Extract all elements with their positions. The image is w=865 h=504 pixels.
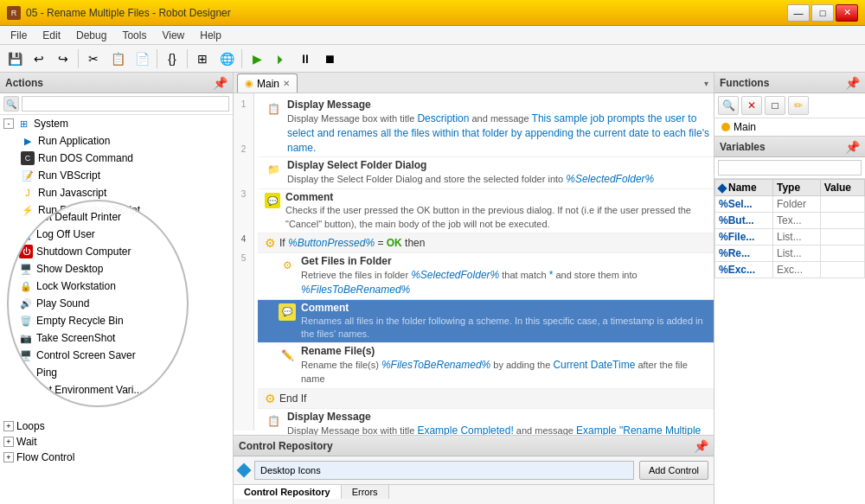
- cut-button[interactable]: ✂: [82, 48, 105, 70]
- tree-screenshot[interactable]: 📷 Take ScreenShot: [16, 329, 180, 347]
- view-btn[interactable]: ⊞: [191, 48, 214, 70]
- system-expander[interactable]: -: [3, 118, 14, 129]
- menu-tools[interactable]: Tools: [115, 28, 153, 43]
- tree-wait[interactable]: + Wait: [0, 434, 233, 450]
- tree-system[interactable]: - ⊞ System: [0, 115, 233, 132]
- tab-icon: ◉: [245, 78, 253, 89]
- loops-expander[interactable]: +: [3, 421, 14, 431]
- paste-button[interactable]: 📄: [131, 48, 153, 70]
- tree-ping[interactable]: 📡 Ping: [16, 364, 180, 381]
- tree-run-js[interactable]: J Run Javascript: [0, 184, 233, 201]
- var-type: Exc...: [772, 262, 820, 278]
- copy-button[interactable]: 📋: [106, 48, 129, 70]
- pin-icon[interactable]: 📌: [213, 76, 227, 90]
- add-control-button[interactable]: Add Control: [639, 461, 708, 480]
- comment-2-icon: 💬: [279, 303, 296, 321]
- tree-logoff[interactable]: 👤 Log Off User: [16, 226, 180, 243]
- control-repo-pin[interactable]: 📌: [694, 439, 708, 453]
- row-rename-files[interactable]: ✏️ Rename File(s) Rename the file(s) %Fi…: [258, 343, 714, 388]
- row-display-message-2[interactable]: 📋 Display Message Display Message box wi…: [258, 409, 714, 435]
- func-edit-button[interactable]: ✏: [788, 96, 809, 115]
- menu-edit[interactable]: Edit: [35, 28, 67, 43]
- maximize-button[interactable]: □: [811, 4, 834, 22]
- run-button[interactable]: ▶: [246, 48, 268, 70]
- var-row: %Sel... Folder: [715, 196, 865, 213]
- endif-label: End If: [279, 392, 306, 405]
- flow-control-expander[interactable]: +: [3, 452, 14, 463]
- tree-loops[interactable]: + Loops: [0, 418, 233, 434]
- tree-recycle[interactable]: 🗑️ Empty Recycle Bin: [16, 312, 180, 329]
- lock-ws-label: Lock Workstation: [36, 280, 116, 292]
- web-btn[interactable]: 🌐: [215, 48, 238, 70]
- functions-toolbar: 🔍 ✕ □ ✏: [714, 93, 865, 118]
- main-tab[interactable]: ◉ Main ✕: [237, 73, 298, 93]
- actions-search-input[interactable]: [22, 96, 229, 112]
- row-comment-highlighted[interactable]: 💬 Comment Renames all files in the folde…: [258, 300, 714, 344]
- tab-nav-button[interactable]: ▾: [698, 73, 714, 93]
- var-name: %But...: [715, 213, 773, 229]
- code-button[interactable]: {}: [161, 48, 183, 70]
- row-display-message-1[interactable]: 📋 Display Message Display Message box wi…: [258, 97, 714, 157]
- row-9-desc: Display Message box with title Example C…: [287, 424, 710, 435]
- var-name: %Exc...: [715, 262, 773, 278]
- stop-button[interactable]: ⏹: [318, 48, 341, 70]
- row-2-desc: Display the Select Folder Dialog and sto…: [287, 172, 710, 187]
- menu-file[interactable]: File: [3, 28, 34, 43]
- function-main[interactable]: Main: [714, 118, 865, 136]
- run-step-button[interactable]: ⏵: [270, 48, 292, 70]
- tree-run-app[interactable]: ▶ Run Application: [0, 132, 233, 150]
- ping-label: Ping: [36, 367, 57, 379]
- tab-close-button[interactable]: ✕: [283, 79, 290, 88]
- row-select-folder[interactable]: 📁 Display Select Folder Dialog Display t…: [258, 157, 714, 189]
- tab-errors[interactable]: Errors: [342, 485, 389, 499]
- tree-flow-control[interactable]: + Flow Control: [0, 450, 233, 465]
- control-repo-input[interactable]: [254, 461, 634, 480]
- menu-view[interactable]: View: [155, 28, 191, 43]
- script-area[interactable]: 1 2 3 4 5 📋 Display Messag: [234, 93, 714, 435]
- func-copy-button[interactable]: □: [765, 96, 785, 115]
- functions-title: Functions: [720, 77, 769, 89]
- menu-help[interactable]: Help: [193, 28, 228, 43]
- variables-panel: Variables 📌 Name Type Value: [714, 136, 865, 504]
- tab-control-repository[interactable]: Control Repository: [234, 485, 342, 499]
- tree-lock-ws[interactable]: 🔒 Lock Workstation: [16, 278, 180, 295]
- redo-button[interactable]: ↪: [52, 48, 74, 70]
- row-if: ⚙ If %ButtonPressed% = OK then: [258, 233, 714, 253]
- variables-pin[interactable]: 📌: [845, 140, 860, 154]
- func-delete-button[interactable]: ✕: [741, 96, 762, 115]
- tree-show-desktop[interactable]: 🖥️ Show Desktop: [16, 260, 180, 278]
- row-5-content: Get Files in Folder Retrieve the files i…: [301, 255, 710, 297]
- tree-run-dos[interactable]: C Run DOS Command: [0, 150, 233, 167]
- minimize-button[interactable]: —: [787, 4, 810, 22]
- row-get-files[interactable]: ⚙ Get Files in Folder Retrieve the files…: [258, 253, 714, 300]
- rename-files-icon: ✏️: [279, 347, 296, 364]
- tree-screensaver[interactable]: 🖥️ Control Screen Saver: [16, 347, 180, 364]
- run-js-label: Run Javascript: [38, 187, 106, 199]
- tree-run-vbs[interactable]: 📝 Run VBScript: [0, 167, 233, 184]
- tree-shutdown[interactable]: ⏻ Shutdown Computer: [16, 243, 180, 260]
- tree-play-sound[interactable]: 🔊 Play Sound: [16, 295, 180, 312]
- repo-diamond-icon: [237, 463, 252, 478]
- func-search-button[interactable]: 🔍: [718, 96, 739, 115]
- var-value: [820, 262, 864, 278]
- function-main-label: Main: [734, 121, 756, 133]
- wait-expander[interactable]: +: [3, 437, 14, 447]
- menu-debug[interactable]: Debug: [69, 28, 113, 43]
- actions-search-bar: 🔍: [0, 93, 233, 115]
- menu-bar: File Edit Debug Tools View Help: [0, 26, 865, 45]
- close-button[interactable]: ✕: [836, 4, 858, 22]
- row-1-title: Display Message: [287, 99, 710, 111]
- undo-button[interactable]: ↩: [28, 48, 50, 70]
- variables-search-input[interactable]: [718, 160, 862, 175]
- var-value: [820, 246, 864, 262]
- system-label: System: [34, 118, 68, 130]
- run-js-icon: J: [21, 186, 35, 200]
- screensaver-label: Control Screen Saver: [36, 349, 136, 361]
- functions-pin[interactable]: 📌: [845, 76, 860, 90]
- toolbar: 💾 ↩ ↪ ✂ 📋 📄 {} ⊞ 🌐 ▶ ⏵ ⏸ ⏹: [0, 45, 865, 73]
- row-comment-1[interactable]: 💬 Comment Checks if the user pressed the…: [258, 189, 714, 233]
- save-button[interactable]: 💾: [3, 48, 26, 70]
- pause-button[interactable]: ⏸: [294, 48, 317, 70]
- play-sound-icon: 🔊: [19, 297, 33, 310]
- var-col-type: Type: [772, 180, 820, 196]
